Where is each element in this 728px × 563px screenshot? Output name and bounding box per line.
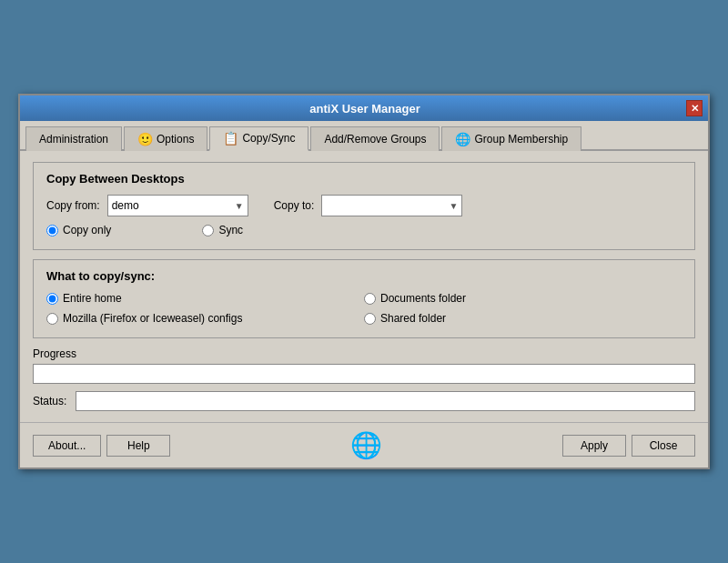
window-title: antiX User Manager [44, 102, 686, 116]
globe-icon: 🌐 [350, 430, 382, 460]
copy-to-label: Copy to: [274, 199, 315, 212]
tab-administration-label: Administration [39, 133, 108, 146]
what-col-right: Documents folder Shared folder [364, 292, 682, 325]
documents-folder-option: Documents folder [364, 292, 682, 305]
tab-group-membership[interactable]: 🌐 Group Membership [441, 126, 581, 151]
close-window-button[interactable]: ✕ [686, 100, 703, 116]
footer-right: Apply Close [562, 435, 695, 457]
what-to-copy-options: Entire home Mozilla (Firefox or Icewease… [46, 292, 682, 325]
close-button[interactable]: Close [632, 435, 695, 457]
sync-label: Sync [218, 224, 243, 236]
status-row: Status: [33, 391, 695, 411]
what-col-left: Entire home Mozilla (Firefox or Icewease… [46, 292, 364, 325]
mozilla-configs-label: Mozilla (Firefox or Iceweasel) configs [63, 312, 242, 325]
copy-to-arrow-icon: ▼ [449, 201, 458, 211]
main-window: antiX User Manager ✕ Administration 🙂 Op… [18, 94, 710, 469]
copy-from-to-row: Copy from: demo ▼ Copy to: ▼ [46, 195, 682, 216]
copy-section-title: Copy Between Desktops [46, 172, 682, 186]
progress-bar [33, 364, 695, 384]
copy-only-radio[interactable] [46, 225, 58, 236]
copy-between-desktops-section: Copy Between Desktops Copy from: demo ▼ … [33, 162, 695, 250]
sync-radio[interactable] [202, 225, 214, 236]
about-button[interactable]: About... [33, 435, 101, 457]
sync-option: Sync [202, 224, 243, 236]
footer-center: 🌐 [350, 430, 382, 460]
tab-add-remove-groups-label: Add/Remove Groups [324, 133, 426, 146]
copysync-icon: 📋 [223, 131, 238, 146]
shared-folder-radio[interactable] [364, 313, 376, 325]
progress-label: Progress [33, 347, 695, 360]
tab-content: Copy Between Desktops Copy from: demo ▼ … [20, 151, 708, 422]
help-button[interactable]: Help [106, 435, 170, 457]
shared-folder-option: Shared folder [364, 312, 682, 325]
options-icon: 🙂 [137, 132, 153, 146]
copy-from-dropdown[interactable]: demo ▼ [107, 195, 248, 216]
titlebar: antiX User Manager ✕ [20, 96, 708, 121]
mozilla-configs-radio[interactable] [46, 313, 58, 325]
status-label: Status: [33, 395, 66, 407]
copy-to-dropdown[interactable]: ▼ [321, 195, 462, 216]
entire-home-radio[interactable] [46, 293, 58, 305]
tab-options-label: Options [157, 133, 194, 146]
documents-folder-radio[interactable] [364, 293, 376, 305]
copy-from-label: Copy from: [46, 199, 100, 212]
copy-from-value: demo [112, 199, 139, 212]
tab-add-remove-groups[interactable]: Add/Remove Groups [310, 126, 440, 151]
what-to-copy-title: What to copy/sync: [46, 269, 682, 283]
copy-mode-row: Copy only Sync [46, 224, 682, 236]
apply-button[interactable]: Apply [562, 435, 626, 457]
footer-left: About... Help [33, 435, 170, 457]
mozilla-configs-option: Mozilla (Firefox or Iceweasel) configs [46, 312, 364, 325]
copy-from-arrow-icon: ▼ [235, 201, 244, 211]
status-field [76, 391, 695, 411]
documents-folder-label: Documents folder [380, 292, 466, 305]
what-to-copy-section: What to copy/sync: Entire home Mozilla (… [33, 259, 695, 338]
tab-copysync-label: Copy/Sync [242, 132, 295, 145]
entire-home-option: Entire home [46, 292, 364, 305]
tab-group-membership-label: Group Membership [474, 133, 568, 146]
copy-only-label: Copy only [63, 224, 111, 236]
tab-administration[interactable]: Administration [25, 126, 122, 151]
tab-copysync[interactable]: 📋 Copy/Sync [209, 126, 308, 151]
entire-home-label: Entire home [63, 292, 122, 305]
shared-folder-label: Shared folder [380, 312, 446, 325]
footer: About... Help 🌐 Apply Close [20, 422, 708, 467]
tab-options[interactable]: 🙂 Options [124, 126, 207, 151]
progress-section: Progress Status: [33, 347, 695, 411]
tab-bar: Administration 🙂 Options 📋 Copy/Sync Add… [20, 121, 708, 151]
group-membership-icon: 🌐 [455, 132, 470, 146]
copy-only-option: Copy only [46, 224, 111, 236]
